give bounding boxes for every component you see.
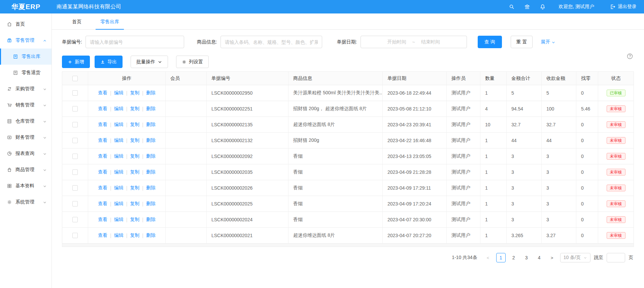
row-checkbox-cell	[62, 164, 88, 180]
column-settings-button[interactable]: 列设置	[176, 56, 209, 68]
export-button[interactable]: 导出	[95, 56, 123, 68]
product-info-cell: 超迷你维达面纸 8片	[289, 117, 383, 132]
jump-page-input[interactable]	[607, 253, 625, 262]
action-separator: |	[142, 90, 143, 96]
tab-零售出库[interactable]: 零售出库	[96, 19, 124, 30]
row-action-复制[interactable]: 复制	[130, 201, 139, 207]
row-action-查看[interactable]: 查看	[98, 185, 107, 191]
row-action-复制[interactable]: 复制	[130, 90, 139, 96]
prev-page-button[interactable]: <	[483, 253, 493, 262]
received-amount-cell: 100	[542, 101, 576, 117]
logout-button[interactable]: 退出登录	[610, 4, 637, 10]
row-checkbox[interactable]	[72, 106, 78, 111]
row-action-复制[interactable]: 复制	[130, 217, 139, 223]
product-info-cell: 香烟	[289, 180, 383, 196]
row-action-复制[interactable]: 复制	[130, 122, 139, 128]
row-action-复制[interactable]: 复制	[130, 185, 139, 191]
help-icon[interactable]	[626, 53, 633, 60]
row-checkbox[interactable]	[72, 138, 78, 143]
row-action-编辑[interactable]: 编辑	[114, 185, 124, 191]
status-cell: 未审核	[598, 117, 634, 132]
row-action-编辑[interactable]: 编辑	[114, 201, 124, 207]
row-action-编辑[interactable]: 编辑	[114, 169, 124, 175]
tab-首页[interactable]: 首页	[67, 19, 86, 30]
row-action-删除[interactable]: 删除	[146, 137, 156, 143]
product-info-input[interactable]	[221, 36, 322, 48]
change-cell: 0	[576, 212, 598, 227]
horizontal-scrollbar[interactable]	[62, 244, 634, 247]
page-1[interactable]: 1	[496, 253, 506, 262]
row-checkbox[interactable]	[72, 90, 78, 96]
next-page-button[interactable]: >	[547, 253, 557, 262]
row-checkbox[interactable]	[72, 154, 78, 159]
sidebar-item-销售管理[interactable]: 销售管理	[0, 97, 52, 113]
row-action-复制[interactable]: 复制	[130, 153, 139, 159]
page-4[interactable]: 4	[535, 253, 544, 262]
sidebar-item-首页[interactable]: 首页	[0, 16, 52, 32]
search-button[interactable]: 查 询	[478, 36, 502, 48]
row-action-编辑[interactable]: 编辑	[114, 106, 124, 112]
row-action-查看[interactable]: 查看	[98, 106, 107, 112]
sidebar-item-报表查询[interactable]: 报表查询	[0, 146, 52, 162]
money-icon	[7, 135, 12, 140]
row-checkbox[interactable]	[72, 217, 78, 222]
row-action-编辑[interactable]: 编辑	[114, 137, 124, 143]
row-action-复制[interactable]: 复制	[130, 169, 139, 175]
row-action-查看[interactable]: 查看	[98, 137, 107, 143]
row-action-编辑[interactable]: 编辑	[114, 217, 124, 223]
row-action-删除[interactable]: 删除	[146, 169, 156, 175]
sidebar-item-零售退货[interactable]: 零售退货	[0, 65, 52, 81]
row-action-编辑[interactable]: 编辑	[114, 90, 124, 96]
sidebar-item-采购管理[interactable]: 采购管理	[0, 81, 52, 97]
row-action-查看[interactable]: 查看	[98, 201, 107, 207]
row-action-删除[interactable]: 删除	[146, 232, 156, 238]
row-action-查看[interactable]: 查看	[98, 169, 107, 175]
sidebar-item-系统管理[interactable]: 系统管理	[0, 194, 52, 210]
row-action-查看[interactable]: 查看	[98, 153, 107, 159]
row-action-删除[interactable]: 删除	[146, 106, 156, 112]
row-action-查看[interactable]: 查看	[98, 232, 107, 238]
row-checkbox[interactable]	[72, 201, 78, 206]
platform-icon[interactable]	[524, 4, 530, 10]
sidebar-item-零售出库[interactable]: 零售出库	[0, 49, 52, 65]
row-action-查看[interactable]: 查看	[98, 90, 107, 96]
row-action-删除[interactable]: 删除	[146, 153, 156, 159]
row-checkbox[interactable]	[72, 169, 78, 175]
page-size-select[interactable]: 10 条/页	[560, 253, 590, 262]
row-checkbox[interactable]	[72, 185, 78, 191]
sidebar-item-基本资料[interactable]: 基本资料	[0, 178, 52, 194]
row-checkbox[interactable]	[72, 233, 78, 238]
select-all-checkbox[interactable]	[72, 76, 78, 81]
sidebar-item-零售管理[interactable]: 零售管理	[0, 32, 52, 49]
row-action-复制[interactable]: 复制	[130, 232, 139, 238]
sidebar-item-商品管理[interactable]: 商品管理	[0, 162, 52, 178]
expand-link[interactable]: 展开	[541, 39, 555, 45]
search-icon[interactable]	[509, 4, 515, 10]
order-no-input[interactable]	[86, 36, 184, 48]
row-action-删除[interactable]: 删除	[146, 185, 156, 191]
row-action-复制[interactable]: 复制	[130, 137, 139, 143]
member-cell	[166, 180, 207, 196]
row-checkbox[interactable]	[72, 122, 78, 127]
row-action-删除[interactable]: 删除	[146, 201, 156, 207]
page-3[interactable]: 3	[522, 253, 531, 262]
add-button[interactable]: 新增	[62, 56, 90, 68]
row-action-复制[interactable]: 复制	[130, 106, 139, 112]
row-action-查看[interactable]: 查看	[98, 217, 107, 223]
row-action-编辑[interactable]: 编辑	[114, 122, 124, 128]
row-action-删除[interactable]: 删除	[146, 217, 156, 223]
sidebar-item-仓库管理[interactable]: 仓库管理	[0, 113, 52, 129]
sidebar-item-财务管理[interactable]: 财务管理	[0, 129, 52, 146]
row-action-编辑[interactable]: 编辑	[114, 232, 124, 238]
page-2[interactable]: 2	[509, 253, 518, 262]
reset-button[interactable]: 重 置	[511, 36, 533, 48]
change-cell: 0	[576, 85, 598, 101]
row-action-查看[interactable]: 查看	[98, 122, 107, 128]
row-action-删除[interactable]: 删除	[146, 122, 156, 128]
row-actions-cell: 查看|编辑|复制|删除	[88, 101, 166, 117]
row-action-编辑[interactable]: 编辑	[114, 153, 124, 159]
date-range-input[interactable]: 开始时间 ~ 结束时间	[361, 36, 467, 48]
row-action-删除[interactable]: 删除	[146, 90, 156, 96]
batch-actions-button[interactable]: 批量操作	[131, 56, 168, 68]
bell-icon[interactable]	[540, 4, 546, 10]
